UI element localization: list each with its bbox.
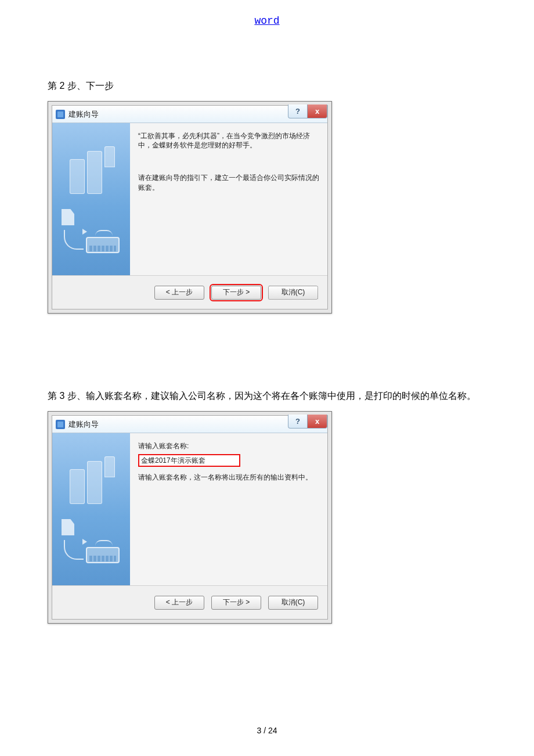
back-button[interactable]: < 上一步 bbox=[154, 596, 204, 610]
document-body: 第 2 步、下一步 建账向导 ? x “ bbox=[48, 79, 489, 624]
account-name-hint: 请输入账套名称，这一名称将出现在所有的输出资料中。 bbox=[138, 473, 320, 482]
wizard-content-pane: “工欲善其事，必先利其器”，在当今竞争激烈的市场经济中，金蝶财务软件是您理财的好… bbox=[130, 123, 327, 275]
wizard-footer: < 上一步 下一步 > 取消(C) bbox=[52, 275, 327, 309]
close-icon[interactable]: x bbox=[308, 105, 327, 118]
account-name-input[interactable]: 金蝶2017年演示账套 bbox=[138, 454, 240, 467]
intro-text-2: 请在建账向导的指引下，建立一个最适合你公司实际情况的账套。 bbox=[138, 173, 320, 192]
app-icon bbox=[56, 110, 65, 119]
dialog-titlebar: 建账向导 ? x bbox=[52, 106, 327, 123]
help-icon[interactable]: ? bbox=[288, 105, 308, 118]
dialog-titlebar: 建账向导 ? x bbox=[52, 416, 327, 433]
step2-heading: 第 2 步、下一步 bbox=[48, 79, 489, 93]
cancel-button[interactable]: 取消(C) bbox=[268, 596, 318, 610]
app-icon bbox=[56, 420, 65, 429]
step3-heading: 第 3 步、输入账套名称，建议输入公司名称，因为这个将在各个账簿中使用，是打印的… bbox=[48, 389, 489, 403]
dialog-title: 建账向导 bbox=[68, 109, 99, 120]
next-button[interactable]: 下一步 > bbox=[211, 286, 261, 300]
page-number: 3 / 24 bbox=[0, 726, 534, 735]
wizard-content-pane: 请输入账套名称: 金蝶2017年演示账套 请输入账套名称，这一名称将出现在所有的… bbox=[130, 433, 327, 585]
account-name-label: 请输入账套名称: bbox=[138, 441, 320, 451]
close-icon[interactable]: x bbox=[308, 415, 327, 429]
wizard-footer: < 上一步 下一步 > 取消(C) bbox=[52, 585, 327, 619]
intro-text-1: “工欲善其事，必先利其器”，在当今竞争激烈的市场经济中，金蝶财务软件是您理财的好… bbox=[138, 131, 320, 150]
cancel-button[interactable]: 取消(C) bbox=[268, 286, 318, 300]
next-button[interactable]: 下一步 > bbox=[211, 596, 261, 610]
wizard-sidebar-art bbox=[52, 123, 130, 275]
step2-dialog-screenshot: 建账向导 ? x “工欲善其事，必先利其器”，在当今竞争激烈的市场经济中，金蝶财… bbox=[48, 101, 332, 314]
page-header: word bbox=[0, 15, 534, 27]
back-button[interactable]: < 上一步 bbox=[154, 286, 204, 300]
word-link[interactable]: word bbox=[254, 15, 279, 27]
step3-dialog-screenshot: 建账向导 ? x 请输入账套名称: 金蝶2017年演示账套 bbox=[48, 411, 332, 624]
help-icon[interactable]: ? bbox=[288, 415, 308, 429]
dialog-title: 建账向导 bbox=[68, 419, 99, 430]
wizard-sidebar-art bbox=[52, 433, 130, 585]
